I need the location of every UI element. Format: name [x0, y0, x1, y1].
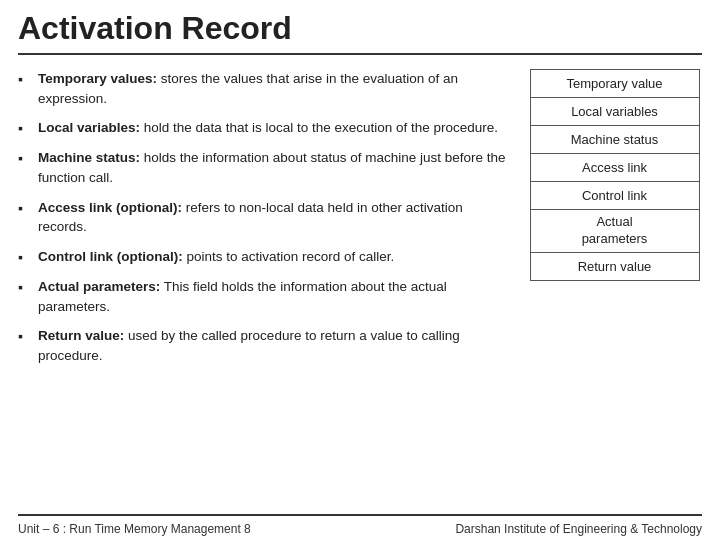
bullet-symbol: ▪ [18, 277, 34, 316]
bullet-symbol: ▪ [18, 69, 34, 108]
table-row: Actualparameters [531, 210, 699, 253]
bullet-item: ▪Control link (optional): points to acti… [18, 247, 507, 267]
table-row: Machine status [531, 126, 699, 154]
bullet-text: Control link (optional): points to activ… [38, 247, 507, 267]
table-row: Temporary value [531, 70, 699, 98]
footer-right: Darshan Institute of Engineering & Techn… [455, 522, 702, 536]
main-container: Activation Record ▪Temporary values: sto… [0, 0, 720, 540]
table-row: Return value [531, 253, 699, 280]
bullet-text: Return value: used by the called procedu… [38, 326, 507, 365]
bullet-item: ▪Actual parameters: This field holds the… [18, 277, 507, 316]
bullet-symbol: ▪ [18, 118, 34, 138]
bullet-text: Local variables: hold the data that is l… [38, 118, 507, 138]
table-row: Control link [531, 182, 699, 210]
bullet-item: ▪Machine status: holds the information a… [18, 148, 507, 187]
content-area: ▪Temporary values: stores the values tha… [18, 69, 702, 514]
page-title: Activation Record [18, 10, 702, 55]
bullet-text: Temporary values: stores the values that… [38, 69, 507, 108]
bullet-symbol: ▪ [18, 198, 34, 237]
bullet-symbol: ▪ [18, 247, 34, 267]
bullet-text: Actual parameters: This field holds the … [38, 277, 507, 316]
right-panel: Temporary valueLocal variablesMachine st… [527, 69, 702, 514]
bullet-text: Access link (optional): refers to non-lo… [38, 198, 507, 237]
footer: Unit – 6 : Run Time Memory Management 8 … [18, 514, 702, 540]
bullet-item: ▪Return value: used by the called proced… [18, 326, 507, 365]
footer-left: Unit – 6 : Run Time Memory Management 8 [18, 522, 251, 536]
bullet-item: ▪Access link (optional): refers to non-l… [18, 198, 507, 237]
activation-record-table: Temporary valueLocal variablesMachine st… [530, 69, 700, 281]
bullet-symbol: ▪ [18, 148, 34, 187]
table-row: Access link [531, 154, 699, 182]
bullet-item: ▪Local variables: hold the data that is … [18, 118, 507, 138]
table-row: Local variables [531, 98, 699, 126]
bullet-symbol: ▪ [18, 326, 34, 365]
bullet-text: Machine status: holds the information ab… [38, 148, 507, 187]
bullet-item: ▪Temporary values: stores the values tha… [18, 69, 507, 108]
left-panel: ▪Temporary values: stores the values tha… [18, 69, 527, 514]
